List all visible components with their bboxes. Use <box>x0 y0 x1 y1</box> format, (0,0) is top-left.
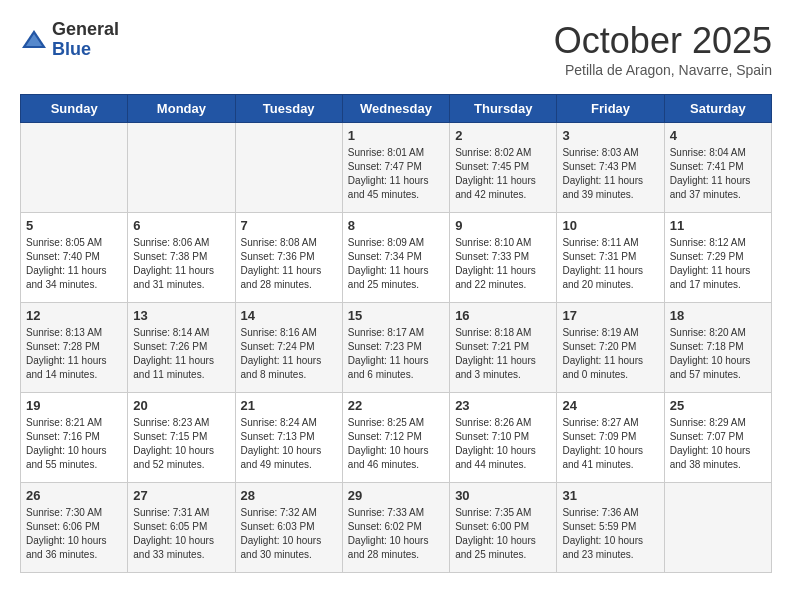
day-number: 17 <box>562 308 658 323</box>
cell-info: Sunrise: 8:23 AM Sunset: 7:15 PM Dayligh… <box>133 416 229 472</box>
calendar-cell <box>235 123 342 213</box>
calendar-cell: 25Sunrise: 8:29 AM Sunset: 7:07 PM Dayli… <box>664 393 771 483</box>
day-header-saturday: Saturday <box>664 95 771 123</box>
day-number: 23 <box>455 398 551 413</box>
day-number: 22 <box>348 398 444 413</box>
calendar-cell: 7Sunrise: 8:08 AM Sunset: 7:36 PM Daylig… <box>235 213 342 303</box>
day-number: 25 <box>670 398 766 413</box>
calendar-cell: 10Sunrise: 8:11 AM Sunset: 7:31 PM Dayli… <box>557 213 664 303</box>
calendar-cell: 22Sunrise: 8:25 AM Sunset: 7:12 PM Dayli… <box>342 393 449 483</box>
cell-info: Sunrise: 8:03 AM Sunset: 7:43 PM Dayligh… <box>562 146 658 202</box>
calendar-cell: 8Sunrise: 8:09 AM Sunset: 7:34 PM Daylig… <box>342 213 449 303</box>
day-number: 15 <box>348 308 444 323</box>
calendar-cell: 4Sunrise: 8:04 AM Sunset: 7:41 PM Daylig… <box>664 123 771 213</box>
day-header-monday: Monday <box>128 95 235 123</box>
calendar-cell <box>664 483 771 573</box>
day-number: 5 <box>26 218 122 233</box>
cell-info: Sunrise: 8:13 AM Sunset: 7:28 PM Dayligh… <box>26 326 122 382</box>
calendar-cell: 12Sunrise: 8:13 AM Sunset: 7:28 PM Dayli… <box>21 303 128 393</box>
cell-info: Sunrise: 8:17 AM Sunset: 7:23 PM Dayligh… <box>348 326 444 382</box>
calendar-cell: 14Sunrise: 8:16 AM Sunset: 7:24 PM Dayli… <box>235 303 342 393</box>
cell-info: Sunrise: 8:24 AM Sunset: 7:13 PM Dayligh… <box>241 416 337 472</box>
calendar-cell: 31Sunrise: 7:36 AM Sunset: 5:59 PM Dayli… <box>557 483 664 573</box>
cell-info: Sunrise: 8:18 AM Sunset: 7:21 PM Dayligh… <box>455 326 551 382</box>
day-number: 8 <box>348 218 444 233</box>
cell-info: Sunrise: 8:01 AM Sunset: 7:47 PM Dayligh… <box>348 146 444 202</box>
day-number: 30 <box>455 488 551 503</box>
month-title: October 2025 <box>554 20 772 62</box>
calendar-cell: 19Sunrise: 8:21 AM Sunset: 7:16 PM Dayli… <box>21 393 128 483</box>
week-row-3: 12Sunrise: 8:13 AM Sunset: 7:28 PM Dayli… <box>21 303 772 393</box>
calendar-cell: 23Sunrise: 8:26 AM Sunset: 7:10 PM Dayli… <box>450 393 557 483</box>
title-block: October 2025 Petilla de Aragon, Navarre,… <box>554 20 772 78</box>
cell-info: Sunrise: 8:27 AM Sunset: 7:09 PM Dayligh… <box>562 416 658 472</box>
day-number: 12 <box>26 308 122 323</box>
day-number: 1 <box>348 128 444 143</box>
day-number: 7 <box>241 218 337 233</box>
calendar-cell: 27Sunrise: 7:31 AM Sunset: 6:05 PM Dayli… <box>128 483 235 573</box>
day-number: 10 <box>562 218 658 233</box>
day-number: 16 <box>455 308 551 323</box>
calendar-cell: 24Sunrise: 8:27 AM Sunset: 7:09 PM Dayli… <box>557 393 664 483</box>
day-number: 13 <box>133 308 229 323</box>
calendar-cell: 1Sunrise: 8:01 AM Sunset: 7:47 PM Daylig… <box>342 123 449 213</box>
cell-info: Sunrise: 8:08 AM Sunset: 7:36 PM Dayligh… <box>241 236 337 292</box>
calendar-cell: 5Sunrise: 8:05 AM Sunset: 7:40 PM Daylig… <box>21 213 128 303</box>
day-header-sunday: Sunday <box>21 95 128 123</box>
day-number: 3 <box>562 128 658 143</box>
calendar-cell: 21Sunrise: 8:24 AM Sunset: 7:13 PM Dayli… <box>235 393 342 483</box>
week-row-5: 26Sunrise: 7:30 AM Sunset: 6:06 PM Dayli… <box>21 483 772 573</box>
cell-info: Sunrise: 7:33 AM Sunset: 6:02 PM Dayligh… <box>348 506 444 562</box>
day-header-tuesday: Tuesday <box>235 95 342 123</box>
calendar-cell: 26Sunrise: 7:30 AM Sunset: 6:06 PM Dayli… <box>21 483 128 573</box>
day-number: 19 <box>26 398 122 413</box>
calendar-cell: 29Sunrise: 7:33 AM Sunset: 6:02 PM Dayli… <box>342 483 449 573</box>
cell-info: Sunrise: 8:21 AM Sunset: 7:16 PM Dayligh… <box>26 416 122 472</box>
day-header-wednesday: Wednesday <box>342 95 449 123</box>
calendar-cell: 11Sunrise: 8:12 AM Sunset: 7:29 PM Dayli… <box>664 213 771 303</box>
week-row-2: 5Sunrise: 8:05 AM Sunset: 7:40 PM Daylig… <box>21 213 772 303</box>
day-number: 26 <box>26 488 122 503</box>
cell-info: Sunrise: 8:14 AM Sunset: 7:26 PM Dayligh… <box>133 326 229 382</box>
cell-info: Sunrise: 8:09 AM Sunset: 7:34 PM Dayligh… <box>348 236 444 292</box>
day-number: 14 <box>241 308 337 323</box>
calendar-cell: 28Sunrise: 7:32 AM Sunset: 6:03 PM Dayli… <box>235 483 342 573</box>
calendar-cell: 3Sunrise: 8:03 AM Sunset: 7:43 PM Daylig… <box>557 123 664 213</box>
day-number: 18 <box>670 308 766 323</box>
day-number: 31 <box>562 488 658 503</box>
cell-info: Sunrise: 8:25 AM Sunset: 7:12 PM Dayligh… <box>348 416 444 472</box>
cell-info: Sunrise: 8:06 AM Sunset: 7:38 PM Dayligh… <box>133 236 229 292</box>
day-number: 4 <box>670 128 766 143</box>
calendar-cell: 20Sunrise: 8:23 AM Sunset: 7:15 PM Dayli… <box>128 393 235 483</box>
day-number: 20 <box>133 398 229 413</box>
cell-info: Sunrise: 7:36 AM Sunset: 5:59 PM Dayligh… <box>562 506 658 562</box>
day-header-thursday: Thursday <box>450 95 557 123</box>
calendar-cell: 9Sunrise: 8:10 AM Sunset: 7:33 PM Daylig… <box>450 213 557 303</box>
cell-info: Sunrise: 8:04 AM Sunset: 7:41 PM Dayligh… <box>670 146 766 202</box>
day-number: 27 <box>133 488 229 503</box>
day-header-friday: Friday <box>557 95 664 123</box>
calendar-cell: 30Sunrise: 7:35 AM Sunset: 6:00 PM Dayli… <box>450 483 557 573</box>
cell-info: Sunrise: 8:02 AM Sunset: 7:45 PM Dayligh… <box>455 146 551 202</box>
day-number: 21 <box>241 398 337 413</box>
calendar-cell: 17Sunrise: 8:19 AM Sunset: 7:20 PM Dayli… <box>557 303 664 393</box>
page-header: General Blue October 2025 Petilla de Ara… <box>20 20 772 78</box>
cell-info: Sunrise: 7:31 AM Sunset: 6:05 PM Dayligh… <box>133 506 229 562</box>
day-number: 11 <box>670 218 766 233</box>
cell-info: Sunrise: 8:19 AM Sunset: 7:20 PM Dayligh… <box>562 326 658 382</box>
cell-info: Sunrise: 8:12 AM Sunset: 7:29 PM Dayligh… <box>670 236 766 292</box>
week-row-1: 1Sunrise: 8:01 AM Sunset: 7:47 PM Daylig… <box>21 123 772 213</box>
week-row-4: 19Sunrise: 8:21 AM Sunset: 7:16 PM Dayli… <box>21 393 772 483</box>
logo-blue-text: Blue <box>52 39 91 59</box>
cell-info: Sunrise: 8:20 AM Sunset: 7:18 PM Dayligh… <box>670 326 766 382</box>
calendar-cell: 13Sunrise: 8:14 AM Sunset: 7:26 PM Dayli… <box>128 303 235 393</box>
cell-info: Sunrise: 8:10 AM Sunset: 7:33 PM Dayligh… <box>455 236 551 292</box>
cell-info: Sunrise: 7:32 AM Sunset: 6:03 PM Dayligh… <box>241 506 337 562</box>
location-text: Petilla de Aragon, Navarre, Spain <box>554 62 772 78</box>
day-number: 29 <box>348 488 444 503</box>
calendar-cell: 15Sunrise: 8:17 AM Sunset: 7:23 PM Dayli… <box>342 303 449 393</box>
logo-general-text: General <box>52 19 119 39</box>
cell-info: Sunrise: 7:35 AM Sunset: 6:00 PM Dayligh… <box>455 506 551 562</box>
cell-info: Sunrise: 8:16 AM Sunset: 7:24 PM Dayligh… <box>241 326 337 382</box>
calendar-cell <box>128 123 235 213</box>
